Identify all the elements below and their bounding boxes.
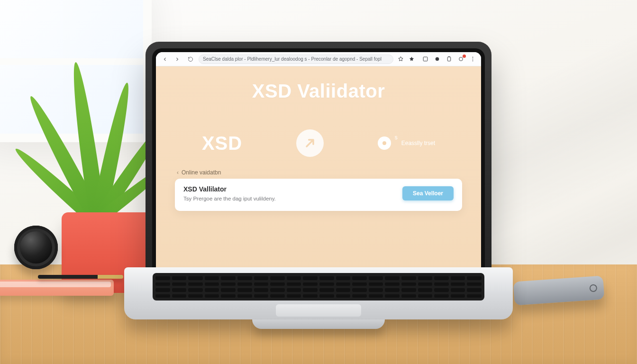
- feature-xsd-label: XSD: [202, 133, 242, 154]
- bookmark-icon[interactable]: [408, 55, 415, 63]
- browser-chrome: SeaClse dalda plor - Pldlihemery_lur dea…: [156, 52, 481, 66]
- camera-lens: [14, 226, 58, 269]
- feature-caption: Eeasslly trset: [401, 140, 435, 146]
- breadcrumb-label: Online vaidatbn: [182, 169, 221, 176]
- profile-icon[interactable]: [434, 55, 441, 63]
- laptop: SeaClse dalda plor - Pldlihemery_lur dea…: [124, 42, 513, 350]
- svg-point-4: [473, 57, 473, 58]
- feature-sup: s: [395, 134, 398, 141]
- notebook: [0, 280, 114, 296]
- card-subtitle: Tsy Prergoe are the dag iput vulildeny.: [183, 196, 395, 201]
- svg-rect-0: [423, 57, 428, 61]
- forward-button[interactable]: [173, 55, 182, 64]
- feature-easy: s Eeasslly trset: [378, 136, 435, 150]
- clipboard-icon[interactable]: [446, 55, 453, 63]
- feature-xsd: XSD: [202, 133, 242, 154]
- svg-point-6: [473, 60, 473, 61]
- page-title: XSD Valiidator: [252, 81, 385, 102]
- page-content: XSD Valiidator XSD s: [156, 66, 481, 279]
- svg-point-3: [459, 57, 463, 61]
- address-bar[interactable]: SeaClse dalda plor - Pldlihemery_lur dea…: [199, 55, 393, 64]
- pin-icon: [378, 136, 391, 150]
- svg-rect-2: [447, 57, 451, 61]
- laptop-screen: SeaClse dalda plor - Pldlihemery_lur dea…: [156, 52, 481, 279]
- card-title: XSD Vallilator: [183, 185, 395, 193]
- refresh-button[interactable]: [186, 55, 195, 64]
- validator-card: XSD Vallilator Tsy Prergoe are the dag i…: [175, 179, 462, 211]
- feature-row: XSD s Eeasslly trset: [175, 129, 462, 157]
- breadcrumb[interactable]: ‹ Online vaidatbn: [177, 169, 221, 176]
- extensions-icon[interactable]: [422, 55, 429, 63]
- svg-point-1: [436, 57, 439, 61]
- validate-button[interactable]: Sea Velloer: [402, 186, 454, 200]
- laptop-keyboard: [153, 273, 484, 300]
- svg-point-5: [473, 59, 473, 60]
- feature-arrow: [296, 129, 324, 157]
- pen: [38, 275, 123, 279]
- arrow-up-icon: [296, 129, 324, 157]
- back-button[interactable]: [161, 55, 169, 64]
- chevron-left-icon: ‹: [177, 169, 179, 176]
- address-bar-text: SeaClse dalda plor - Pldlihemery_lur dea…: [203, 56, 382, 62]
- star-icon[interactable]: [397, 55, 404, 63]
- notifications-icon[interactable]: [457, 55, 464, 63]
- laptop-trackpad: [276, 304, 361, 317]
- kebab-menu-icon[interactable]: [469, 55, 476, 63]
